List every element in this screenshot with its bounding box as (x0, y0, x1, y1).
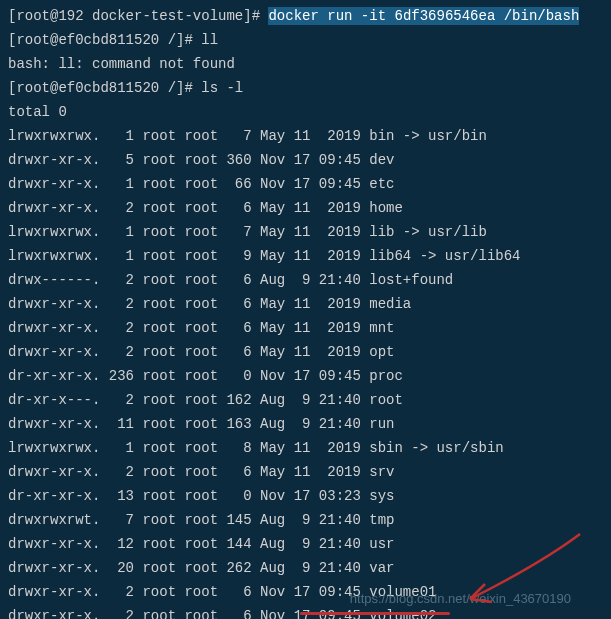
terminal-line[interactable]: [root@192 docker-test-volume]# docker ru… (8, 4, 603, 28)
command-text: ll (201, 32, 218, 48)
annotation-underline (300, 612, 450, 615)
ls-row: drwxr-xr-x. 2 root root 6 May 11 2019 sr… (8, 460, 603, 484)
ls-row: drwxr-xr-x. 1 root root 66 Nov 17 09:45 … (8, 172, 603, 196)
ls-row: lrwxrwxrwx. 1 root root 9 May 11 2019 li… (8, 244, 603, 268)
annotation-arrow (440, 524, 600, 619)
terminal-line[interactable]: [root@ef0cbd811520 /]# ll (8, 28, 603, 52)
ls-row: drwxr-xr-x. 2 root root 6 May 11 2019 mn… (8, 316, 603, 340)
shell-prompt: [root@ef0cbd811520 /]# (8, 32, 201, 48)
command-text: ls -l (201, 80, 243, 96)
ls-row: drwxr-xr-x. 5 root root 360 Nov 17 09:45… (8, 148, 603, 172)
shell-prompt: [root@192 docker-test-volume]# (8, 8, 268, 24)
ls-row: drwxr-xr-x. 2 root root 6 May 11 2019 ho… (8, 196, 603, 220)
ls-row: lrwxrwxrwx. 1 root root 8 May 11 2019 sb… (8, 436, 603, 460)
ls-row: drwxr-xr-x. 11 root root 163 Aug 9 21:40… (8, 412, 603, 436)
ls-row: drwxr-xr-x. 2 root root 6 May 11 2019 me… (8, 292, 603, 316)
terminal-line[interactable]: [root@ef0cbd811520 /]# ls -l (8, 76, 603, 100)
ls-row: dr-xr-x---. 2 root root 162 Aug 9 21:40 … (8, 388, 603, 412)
ls-row: drwx------. 2 root root 6 Aug 9 21:40 lo… (8, 268, 603, 292)
shell-prompt: [root@ef0cbd811520 /]# (8, 80, 201, 96)
ls-row: lrwxrwxrwx. 1 root root 7 May 11 2019 bi… (8, 124, 603, 148)
command-highlight: docker run -it 6df3696546ea /bin/bash (268, 7, 579, 25)
ls-row: lrwxrwxrwx. 1 root root 7 May 11 2019 li… (8, 220, 603, 244)
ls-row: drwxr-xr-x. 2 root root 6 May 11 2019 op… (8, 340, 603, 364)
ls-row: dr-xr-xr-x. 236 root root 0 Nov 17 09:45… (8, 364, 603, 388)
terminal-output: total 0 (8, 100, 603, 124)
ls-row: dr-xr-xr-x. 13 root root 0 Nov 17 03:23 … (8, 484, 603, 508)
terminal-output: bash: ll: command not found (8, 52, 603, 76)
